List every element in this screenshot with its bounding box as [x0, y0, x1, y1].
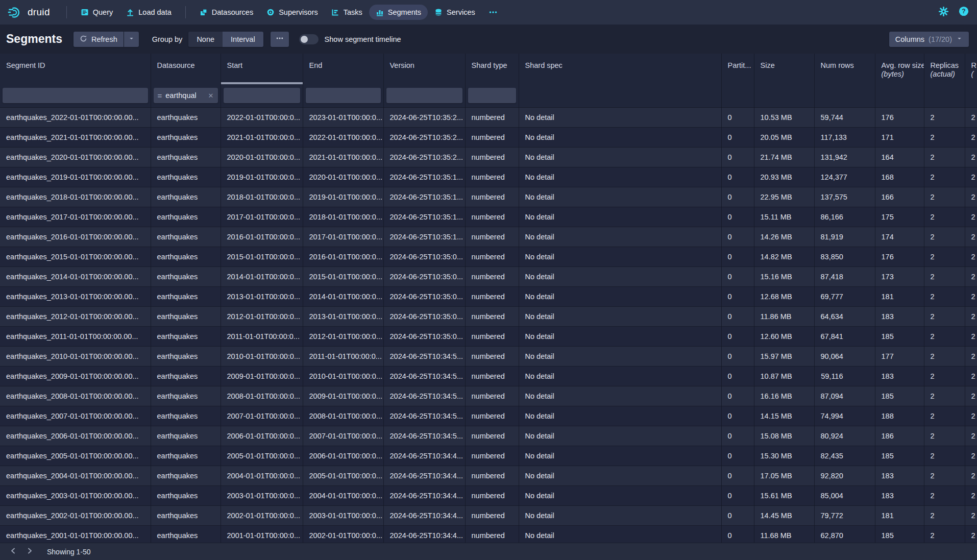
- cell-version[interactable]: 2024-06-25T10:34:4...: [383, 466, 465, 485]
- cell-size[interactable]: 17.05 MB: [754, 466, 814, 485]
- cell-num-rows[interactable]: 80,924: [814, 426, 875, 446]
- cell-partition[interactable]: 0: [721, 286, 754, 306]
- cell-num-rows[interactable]: 87,418: [814, 266, 875, 286]
- cell-shard-type[interactable]: numbered: [465, 346, 519, 366]
- cell-partition[interactable]: 0: [721, 326, 754, 346]
- cell-datasource[interactable]: earthquakes: [151, 446, 221, 466]
- cell-end[interactable]: 2023-01-01T00:00:0...: [303, 107, 383, 127]
- cell-datasource[interactable]: earthquakes: [151, 326, 221, 346]
- cell-segment-id[interactable]: earthquakes_2006-01-01T00:00:00.00...: [0, 426, 151, 446]
- cell-version[interactable]: 2024-06-25T10:35:1...: [383, 167, 465, 187]
- cell-avg-row-size[interactable]: 164: [875, 147, 924, 167]
- cell-start[interactable]: 2005-01-01T00:00:0...: [221, 446, 303, 466]
- show-segment-timeline-toggle[interactable]: [299, 34, 319, 44]
- cell-replicas[interactable]: 2: [924, 127, 965, 147]
- segment-id-filter-input[interactable]: [3, 88, 148, 103]
- cell-datasource[interactable]: earthquakes: [151, 207, 221, 227]
- cell-partition[interactable]: 0: [721, 406, 754, 426]
- cell-replicated-size[interactable]: 2: [965, 426, 977, 446]
- table-row[interactable]: earthquakes_2014-01-01T00:00:00.00... ea…: [0, 266, 977, 286]
- cell-replicas[interactable]: 2: [924, 247, 965, 266]
- cell-avg-row-size[interactable]: 171: [875, 127, 924, 147]
- cell-datasource[interactable]: earthquakes: [151, 167, 221, 187]
- cell-num-rows[interactable]: 90,064: [814, 346, 875, 366]
- table-row[interactable]: earthquakes_2022-01-01T00:00:00.00... ea…: [0, 107, 977, 127]
- cell-replicated-size[interactable]: 2: [965, 485, 977, 505]
- cell-start[interactable]: 2003-01-01T00:00:0...: [221, 485, 303, 505]
- cell-replicated-size[interactable]: 2: [965, 386, 977, 406]
- druid-logo[interactable]: druid: [7, 4, 50, 20]
- cell-segment-id[interactable]: earthquakes_2011-01-01T00:00:00.00...: [0, 326, 151, 346]
- cell-replicated-size[interactable]: 2: [965, 247, 977, 266]
- cell-version[interactable]: 2024-06-25T10:35:1...: [383, 207, 465, 227]
- cell-segment-id[interactable]: earthquakes_2019-01-01T00:00:00.00...: [0, 167, 151, 187]
- cell-replicated-size[interactable]: 2: [965, 266, 977, 286]
- cell-shard-type[interactable]: numbered: [465, 366, 519, 386]
- table-row[interactable]: earthquakes_2007-01-01T00:00:00.00... ea…: [0, 406, 977, 426]
- cell-shard-spec[interactable]: No detail: [519, 147, 721, 167]
- cell-segment-id[interactable]: earthquakes_2018-01-01T00:00:00.00...: [0, 187, 151, 207]
- cell-num-rows[interactable]: 74,994: [814, 406, 875, 426]
- cell-replicated-size[interactable]: 2: [965, 286, 977, 306]
- cell-replicated-size[interactable]: 2: [965, 207, 977, 227]
- cell-size[interactable]: 20.05 MB: [754, 127, 814, 147]
- cell-datasource[interactable]: earthquakes: [151, 127, 221, 147]
- cell-shard-type[interactable]: numbered: [465, 286, 519, 306]
- nav-item-load-data[interactable]: Load data: [119, 5, 178, 20]
- table-row[interactable]: earthquakes_2016-01-01T00:00:00.00... ea…: [0, 227, 977, 247]
- end-filter-input[interactable]: [306, 88, 381, 103]
- cell-num-rows[interactable]: 137,575: [814, 187, 875, 207]
- cell-version[interactable]: 2024-06-25T10:35:0...: [383, 286, 465, 306]
- cell-num-rows[interactable]: 79,772: [814, 505, 875, 525]
- cell-partition[interactable]: 0: [721, 505, 754, 525]
- nav-item-services[interactable]: Services: [428, 5, 482, 20]
- cell-shard-type[interactable]: numbered: [465, 227, 519, 247]
- cell-partition[interactable]: 0: [721, 485, 754, 505]
- cell-size[interactable]: 14.82 MB: [754, 247, 814, 266]
- cell-avg-row-size[interactable]: 183: [875, 306, 924, 326]
- cell-partition[interactable]: 0: [721, 386, 754, 406]
- cell-version[interactable]: 2024-06-25T10:34:4...: [383, 485, 465, 505]
- cell-num-rows[interactable]: 59,116: [814, 366, 875, 386]
- cell-version[interactable]: 2024-06-25T10:35:1...: [383, 187, 465, 207]
- cell-replicas[interactable]: 2: [924, 326, 965, 346]
- cell-replicated-size[interactable]: 2: [965, 227, 977, 247]
- cell-shard-spec[interactable]: No detail: [519, 326, 721, 346]
- help-button[interactable]: ?: [959, 6, 969, 18]
- cell-size[interactable]: 15.16 MB: [754, 266, 814, 286]
- cell-replicas[interactable]: 2: [924, 227, 965, 247]
- table-row[interactable]: earthquakes_2011-01-01T00:00:00.00... ea…: [0, 326, 977, 346]
- cell-size[interactable]: 10.53 MB: [754, 107, 814, 127]
- cell-replicas[interactable]: 2: [924, 107, 965, 127]
- cell-shard-type[interactable]: numbered: [465, 406, 519, 426]
- cell-shard-spec[interactable]: No detail: [519, 107, 721, 127]
- cell-size[interactable]: 14.45 MB: [754, 505, 814, 525]
- cell-replicated-size[interactable]: 2: [965, 187, 977, 207]
- cell-start[interactable]: 2021-01-01T00:00:0...: [221, 127, 303, 147]
- cell-shard-spec[interactable]: No detail: [519, 227, 721, 247]
- cell-end[interactable]: 2021-01-01T00:00:0...: [303, 147, 383, 167]
- column-header-segment-id[interactable]: Segment ID: [0, 54, 151, 84]
- cell-datasource[interactable]: earthquakes: [151, 485, 221, 505]
- cell-start[interactable]: 2020-01-01T00:00:0...: [221, 147, 303, 167]
- columns-button[interactable]: Columns (17/20): [889, 32, 969, 47]
- cell-replicated-size[interactable]: 2: [965, 366, 977, 386]
- cell-shard-spec[interactable]: No detail: [519, 346, 721, 366]
- cell-size[interactable]: 21.74 MB: [754, 147, 814, 167]
- column-header-shard-type[interactable]: Shard type: [465, 54, 519, 84]
- cell-start[interactable]: 2016-01-01T00:00:0...: [221, 227, 303, 247]
- cell-shard-spec[interactable]: No detail: [519, 406, 721, 426]
- cell-start[interactable]: 2015-01-01T00:00:0...: [221, 247, 303, 266]
- cell-shard-type[interactable]: numbered: [465, 505, 519, 525]
- cell-end[interactable]: 2008-01-01T00:00:0...: [303, 406, 383, 426]
- cell-version[interactable]: 2024-06-25T10:35:2...: [383, 107, 465, 127]
- nav-more-button[interactable]: [482, 5, 504, 20]
- cell-size[interactable]: 12.60 MB: [754, 326, 814, 346]
- cell-size[interactable]: 12.68 MB: [754, 286, 814, 306]
- cell-partition[interactable]: 0: [721, 147, 754, 167]
- cell-partition[interactable]: 0: [721, 346, 754, 366]
- shard-type-filter-input[interactable]: [468, 88, 516, 103]
- cell-datasource[interactable]: earthquakes: [151, 406, 221, 426]
- cell-num-rows[interactable]: 83,850: [814, 247, 875, 266]
- cell-num-rows[interactable]: 69,777: [814, 286, 875, 306]
